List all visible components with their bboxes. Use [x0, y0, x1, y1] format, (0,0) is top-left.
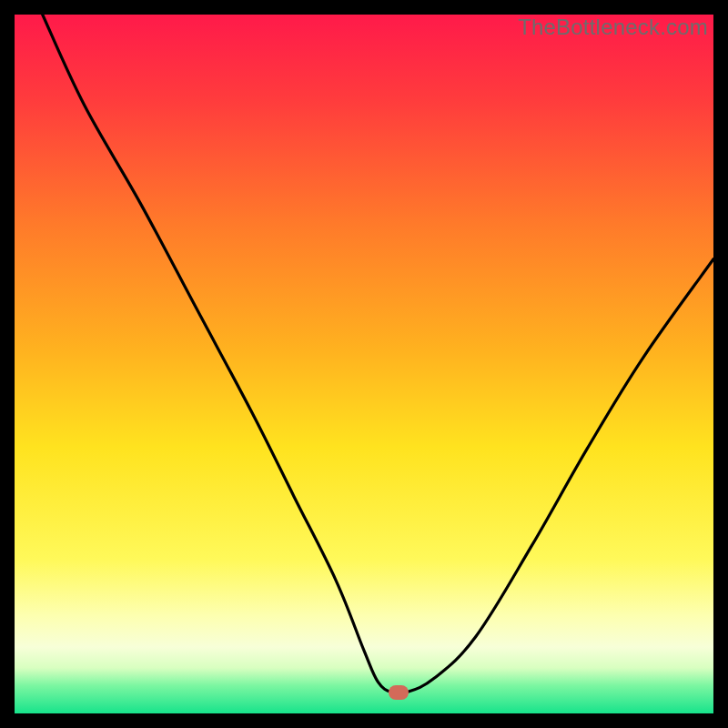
- optimum-marker: [389, 685, 409, 700]
- plot-area: TheBottleneck.com: [15, 15, 713, 713]
- bottleneck-curve: [15, 15, 713, 713]
